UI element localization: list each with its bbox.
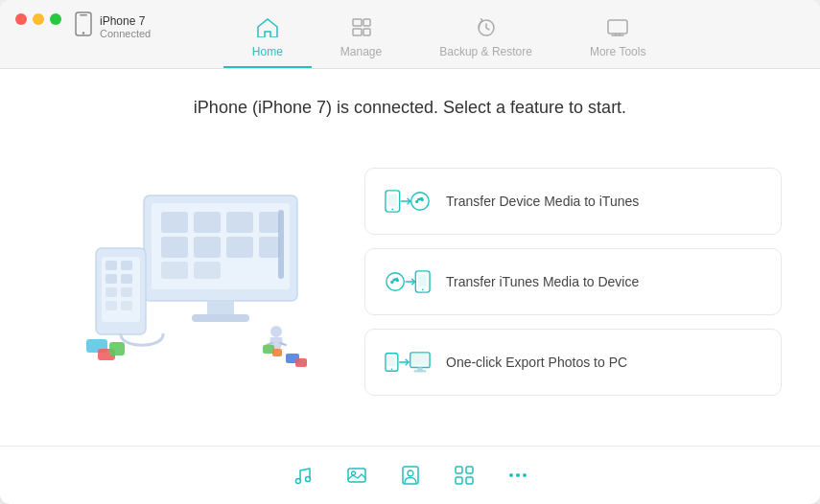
svg-rect-52 bbox=[418, 275, 427, 287]
tab-manage-label: Manage bbox=[340, 45, 382, 58]
svg-point-2 bbox=[82, 32, 84, 34]
device-info: iPhone 7 Connected bbox=[75, 11, 151, 41]
app-window: iPhone 7 Connected Home bbox=[0, 0, 820, 504]
toolbar-more-button[interactable] bbox=[501, 458, 535, 493]
svg-point-62 bbox=[305, 477, 310, 482]
svg-point-71 bbox=[509, 473, 513, 477]
svg-point-61 bbox=[295, 479, 300, 484]
nav-tabs: Home Manage bbox=[151, 11, 747, 68]
svg-rect-31 bbox=[121, 287, 132, 297]
svg-point-73 bbox=[523, 473, 527, 477]
feature-card-transfer-to-device[interactable]: Transfer iTunes Media to Device bbox=[364, 248, 782, 315]
svg-rect-19 bbox=[161, 262, 188, 279]
svg-rect-20 bbox=[194, 262, 221, 279]
svg-rect-30 bbox=[105, 287, 117, 297]
toolbar-photos-button[interactable] bbox=[340, 458, 374, 493]
svg-rect-69 bbox=[456, 477, 462, 484]
minimize-button[interactable] bbox=[33, 13, 44, 25]
svg-point-49 bbox=[390, 281, 393, 284]
svg-rect-33 bbox=[121, 301, 132, 310]
device-name: iPhone 7 bbox=[100, 14, 151, 28]
svg-rect-32 bbox=[105, 301, 117, 310]
svg-rect-1 bbox=[80, 14, 87, 16]
svg-rect-41 bbox=[295, 358, 307, 367]
svg-rect-14 bbox=[259, 212, 280, 233]
svg-rect-29 bbox=[121, 274, 132, 284]
manage-icon bbox=[351, 18, 372, 42]
svg-rect-22 bbox=[207, 301, 234, 316]
toolbar-apps-button[interactable] bbox=[447, 458, 481, 493]
device-text: iPhone 7 Connected bbox=[100, 14, 151, 39]
tab-manage[interactable]: Manage bbox=[312, 11, 410, 68]
svg-rect-39 bbox=[272, 349, 282, 356]
home-icon bbox=[257, 18, 278, 42]
svg-rect-70 bbox=[466, 477, 473, 484]
svg-rect-28 bbox=[105, 274, 117, 284]
content-area: Transfer Device Media to iTunes bbox=[38, 137, 782, 426]
feature-card-transfer-to-device-label: Transfer iTunes Media to Device bbox=[446, 274, 639, 289]
titlebar: iPhone 7 Connected Home bbox=[0, 0, 820, 69]
toolbar-contacts-button[interactable] bbox=[393, 458, 428, 493]
svg-point-66 bbox=[408, 470, 413, 476]
svg-rect-60 bbox=[413, 370, 426, 372]
headline: iPhone (iPhone 7) is connected. Select a… bbox=[194, 98, 626, 118]
svg-rect-11 bbox=[161, 212, 188, 233]
illustration bbox=[38, 157, 326, 406]
tab-home[interactable]: Home bbox=[223, 11, 312, 68]
svg-rect-5 bbox=[363, 19, 370, 26]
svg-rect-8 bbox=[608, 20, 627, 34]
feature-card-transfer-to-itunes-label: Transfer Device Media to iTunes bbox=[446, 194, 639, 209]
close-button[interactable] bbox=[15, 13, 27, 25]
svg-rect-27 bbox=[121, 261, 132, 270]
svg-rect-67 bbox=[456, 467, 462, 473]
svg-rect-17 bbox=[226, 237, 253, 258]
svg-point-44 bbox=[391, 208, 393, 210]
tab-tools-label: More Tools bbox=[590, 45, 645, 58]
svg-rect-23 bbox=[192, 314, 249, 322]
tab-backup[interactable]: Backup & Restore bbox=[410, 11, 561, 68]
svg-rect-21 bbox=[278, 210, 284, 279]
svg-rect-55 bbox=[387, 356, 395, 367]
svg-point-72 bbox=[516, 473, 520, 477]
svg-rect-15 bbox=[161, 237, 188, 258]
svg-point-53 bbox=[422, 288, 424, 290]
traffic-lights bbox=[15, 13, 61, 25]
feature-cards: Transfer Device Media to iTunes bbox=[364, 168, 782, 396]
svg-point-46 bbox=[415, 200, 418, 203]
export-photos-icon bbox=[385, 345, 431, 379]
svg-point-50 bbox=[396, 279, 399, 282]
svg-point-45 bbox=[411, 193, 429, 210]
svg-rect-26 bbox=[105, 261, 117, 270]
transfer-to-device-icon bbox=[385, 264, 431, 299]
svg-rect-4 bbox=[353, 29, 362, 35]
tools-icon bbox=[607, 18, 628, 42]
svg-point-47 bbox=[421, 198, 424, 201]
svg-point-64 bbox=[351, 471, 355, 475]
svg-rect-6 bbox=[363, 29, 370, 35]
svg-rect-58 bbox=[412, 355, 429, 365]
feature-card-export-photos-label: One-click Export Photos to PC bbox=[446, 355, 627, 370]
svg-rect-16 bbox=[194, 237, 221, 258]
feature-card-export-photos[interactable]: One-click Export Photos to PC bbox=[364, 329, 782, 396]
backup-icon bbox=[476, 18, 497, 42]
svg-rect-3 bbox=[353, 19, 362, 26]
svg-point-56 bbox=[391, 369, 393, 371]
main-content: iPhone (iPhone 7) is connected. Select a… bbox=[0, 69, 820, 446]
toolbar-music-button[interactable] bbox=[286, 458, 320, 493]
svg-rect-36 bbox=[109, 342, 125, 355]
device-icon bbox=[75, 11, 92, 41]
svg-rect-68 bbox=[466, 467, 473, 473]
svg-point-37 bbox=[270, 326, 282, 337]
tab-home-label: Home bbox=[252, 45, 283, 58]
device-status: Connected bbox=[100, 28, 151, 39]
bottom-toolbar bbox=[0, 446, 820, 504]
tab-backup-label: Backup & Restore bbox=[439, 45, 532, 58]
tab-tools[interactable]: More Tools bbox=[561, 11, 674, 68]
svg-rect-18 bbox=[259, 237, 280, 258]
transfer-to-itunes-icon bbox=[385, 184, 431, 218]
svg-rect-13 bbox=[226, 212, 253, 233]
svg-point-48 bbox=[387, 273, 404, 290]
feature-card-transfer-to-itunes[interactable]: Transfer Device Media to iTunes bbox=[364, 168, 782, 235]
maximize-button[interactable] bbox=[50, 13, 61, 25]
svg-rect-43 bbox=[388, 195, 397, 207]
